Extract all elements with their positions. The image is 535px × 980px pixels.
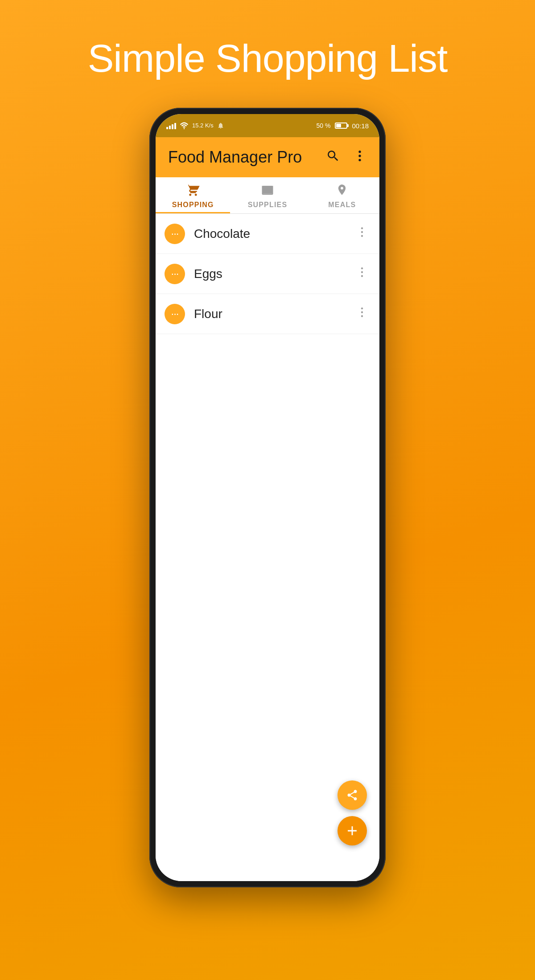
tab-supplies-label: SUPPLIES [248, 201, 288, 209]
phone-inner: 15.2 K/s 50 % 00:18 Food Manager Pro [156, 114, 379, 881]
svg-point-3 [358, 159, 361, 161]
list-item: ··· Eggs [156, 254, 379, 294]
svg-point-4 [361, 227, 363, 229]
svg-point-0 [184, 128, 185, 129]
svg-point-1 [358, 151, 361, 153]
item-status-button-1[interactable]: ··· [165, 224, 185, 244]
tab-shopping[interactable]: SHOPPING [156, 177, 230, 213]
supplies-tab-icon [261, 184, 274, 199]
tab-supplies[interactable]: SUPPLIES [230, 177, 305, 213]
status-left: 15.2 K/s [166, 122, 224, 130]
battery-percent: 50 % [317, 122, 331, 129]
item-name-2: Eggs [194, 267, 354, 281]
list-item: ··· Flour [156, 294, 379, 334]
svg-point-11 [361, 311, 363, 313]
shopping-tab-icon [186, 184, 200, 199]
tab-bar: SHOPPING SUPPLIES MEALS [156, 177, 379, 214]
wifi-icon [180, 122, 189, 129]
add-fab-button[interactable] [337, 816, 367, 845]
svg-point-2 [358, 155, 361, 157]
more-menu-button[interactable] [353, 149, 367, 166]
app-bar-icons [326, 149, 367, 166]
svg-point-6 [361, 235, 363, 237]
bell-icon [217, 122, 224, 130]
item-status-button-3[interactable]: ··· [165, 304, 185, 324]
tab-meals-label: MEALS [328, 201, 356, 209]
time-display: 00:18 [352, 122, 369, 130]
item-name-3: Flour [194, 307, 354, 321]
app-bar: Food Manager Pro [156, 137, 379, 177]
app-title: Food Manager Pro [168, 148, 302, 167]
share-fab-button[interactable] [337, 780, 367, 810]
tab-meals[interactable]: MEALS [305, 177, 379, 213]
list-item: ··· Chocolate [156, 214, 379, 254]
item-more-button-2[interactable] [354, 263, 370, 285]
svg-point-12 [361, 315, 363, 317]
svg-point-10 [361, 307, 363, 309]
item-name-1: Chocolate [194, 227, 354, 241]
meals-tab-icon [335, 184, 349, 199]
speed-text: 15.2 K/s [192, 122, 214, 129]
battery-icon [335, 122, 347, 129]
item-more-button-1[interactable] [354, 223, 370, 245]
svg-point-5 [361, 231, 363, 233]
list-content: ··· Chocolate ··· Eggs [156, 214, 379, 881]
signal-icon [166, 122, 176, 129]
page-title: Simple Shopping List [88, 36, 448, 81]
svg-point-9 [361, 275, 363, 277]
svg-point-7 [361, 267, 363, 269]
status-bar: 15.2 K/s 50 % 00:18 [156, 114, 379, 137]
search-button[interactable] [326, 149, 340, 166]
phone-shell: 15.2 K/s 50 % 00:18 Food Manager Pro [149, 108, 386, 887]
svg-point-8 [361, 271, 363, 273]
item-status-button-2[interactable]: ··· [165, 264, 185, 284]
item-more-button-3[interactable] [354, 303, 370, 325]
status-right: 50 % 00:18 [317, 122, 369, 130]
tab-shopping-label: SHOPPING [172, 201, 214, 209]
